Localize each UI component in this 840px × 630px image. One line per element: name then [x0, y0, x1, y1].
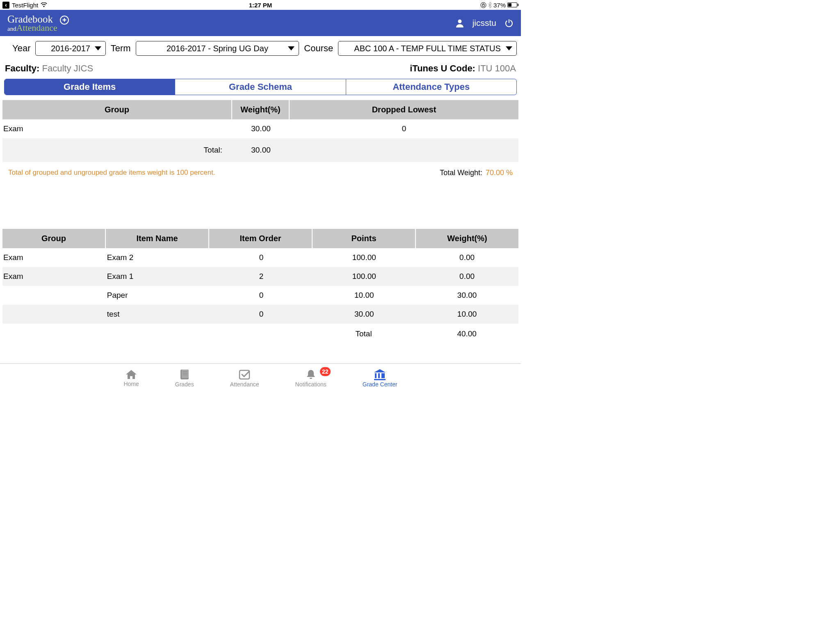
items-table-header: Group Item Name Item Order Points Weight… [2, 229, 518, 248]
user-icon[interactable] [455, 18, 464, 27]
group-dropped: 0 [290, 119, 518, 138]
notification-badge: 22 [320, 367, 331, 376]
logo-attendance: Attendance [16, 23, 57, 33]
cell: 30.00 [415, 286, 518, 305]
check-icon [238, 369, 251, 380]
col-weight: Weight(%) [232, 100, 290, 119]
nav-label: Notifications [295, 381, 326, 388]
year-label: Year [12, 43, 30, 54]
cell: Exam [2, 267, 106, 286]
year-value: 2016-2017 [51, 44, 90, 53]
cell: 0.00 [415, 267, 518, 286]
status-bar: ‹ TestFlight 1:27 PM 37% [0, 0, 521, 10]
nav-label: Home [123, 381, 139, 387]
chevron-down-icon [506, 46, 512, 50]
home-icon [125, 369, 137, 380]
chevron-down-icon [288, 46, 294, 50]
nav-grade-center[interactable]: Grade Center [363, 369, 397, 388]
col-group: Group [2, 229, 106, 248]
cell: 0 [210, 248, 313, 267]
cell: 30.00 [313, 305, 415, 324]
term-label: Term [111, 43, 131, 54]
items-total-weight: 40.00 [415, 324, 518, 344]
info-row: Faculty: Faculty JICS iTunes U Code: ITU… [0, 61, 521, 79]
nav-attendance[interactable]: Attendance [230, 369, 259, 388]
cell: 100.00 [313, 267, 415, 286]
cell: 10.00 [313, 286, 415, 305]
col-weight: Weight(%) [416, 229, 518, 248]
nav-grades[interactable]: Grades [175, 369, 194, 388]
group-weight: 30.00 [232, 119, 290, 138]
nav-label: Grade Center [363, 381, 397, 388]
total-weight-value: 70.00 % [486, 169, 513, 177]
cell: 100.00 [313, 248, 415, 267]
items-row: ExamExam 12100.000.00 [2, 267, 518, 286]
logo-crest-icon: ✚ [60, 16, 69, 25]
svg-point-1 [458, 20, 461, 23]
tab-grade-schema[interactable]: Grade Schema [175, 79, 346, 95]
nav-notifications[interactable]: 22 Notifications [295, 369, 326, 388]
items-row: Paper010.0030.00 [2, 286, 518, 305]
battery-icon [507, 2, 518, 7]
faculty-value: Faculty JICS [39, 63, 93, 73]
term-value: 2016-2017 - Spring UG Day [167, 44, 268, 53]
weight-note: Total of grouped and ungrouped grade ite… [8, 169, 215, 177]
cell: 0 [210, 286, 313, 305]
rotation-lock-icon [480, 2, 486, 8]
cell: Exam 2 [106, 248, 210, 267]
course-dropdown[interactable]: ABC 100 A - TEMP FULL TIME STATUS [338, 41, 517, 56]
faculty-label: Faculty: [5, 63, 39, 73]
items-body: ExamExam 20100.000.00ExamExam 12100.000.… [0, 248, 521, 324]
bluetooth-icon [488, 2, 492, 8]
status-time: 1:27 PM [249, 2, 272, 9]
book-icon [179, 369, 190, 380]
tab-grade-items[interactable]: Grade Items [5, 79, 175, 95]
col-item-order: Item Order [209, 229, 313, 248]
cell [2, 286, 106, 305]
chevron-down-icon [95, 46, 101, 50]
group-table-header: Group Weight(%) Dropped Lowest [2, 100, 518, 119]
svg-point-0 [481, 2, 486, 8]
app-logo: Gradebook andAttendance ✚ [7, 14, 69, 32]
col-dropped: Dropped Lowest [290, 100, 518, 119]
username[interactable]: jicsstu [472, 18, 496, 28]
svg-rect-5 [182, 370, 189, 378]
institution-icon [373, 369, 386, 380]
tab-attendance-types[interactable]: Attendance Types [346, 79, 516, 95]
col-points: Points [313, 229, 416, 248]
svg-rect-9 [240, 370, 249, 379]
back-app-icon[interactable]: ‹ [2, 2, 9, 9]
items-row: test030.0010.00 [2, 305, 518, 324]
year-dropdown[interactable]: 2016-2017 [35, 41, 105, 56]
status-left: ‹ TestFlight [2, 2, 47, 9]
items-row: ExamExam 20100.000.00 [2, 248, 518, 267]
cell: 2 [210, 267, 313, 286]
nav-label: Grades [175, 381, 194, 388]
cell: Paper [106, 286, 210, 305]
group-row: Exam 30.00 0 [2, 119, 518, 138]
cell: 10.00 [415, 305, 518, 324]
cell: 0.00 [415, 248, 518, 267]
group-name: Exam [2, 119, 232, 138]
cell: test [106, 305, 210, 324]
cell: Exam 1 [106, 267, 210, 286]
tab-bar: Grade Items Grade Schema Attendance Type… [4, 79, 517, 95]
nav-home[interactable]: Home [123, 369, 139, 387]
cell [2, 305, 106, 324]
total-label: Total: [2, 142, 232, 158]
itunes-label: iTunes U Code: [410, 63, 475, 73]
status-right: 37% [480, 2, 518, 9]
bell-icon [305, 369, 317, 380]
col-item-name: Item Name [106, 229, 209, 248]
itunes-value: ITU 100A [475, 63, 516, 73]
cell: 0 [210, 305, 313, 324]
group-total-row: Total: 30.00 [2, 138, 518, 162]
term-dropdown[interactable]: 2016-2017 - Spring UG Day [136, 41, 299, 56]
total-weight-label: Total Weight: [440, 169, 482, 177]
total-weight: 30.00 [232, 142, 290, 158]
note-row: Total of grouped and ungrouped grade ite… [0, 162, 521, 184]
items-total-label: Total [312, 324, 415, 344]
power-icon[interactable] [504, 18, 514, 27]
back-app-name: TestFlight [12, 2, 38, 9]
nav-label: Attendance [230, 381, 259, 388]
